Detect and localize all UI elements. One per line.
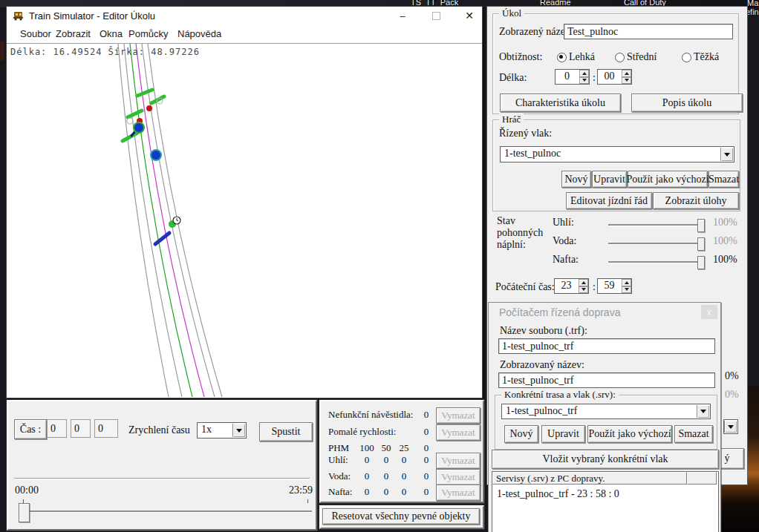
duration-hours-spinner[interactable]: 0 xyxy=(555,69,590,85)
time-accel-combobox[interactable]: 1x xyxy=(197,422,247,439)
menu-okna[interactable]: Okna xyxy=(97,27,126,40)
train-delete-button[interactable]: Smazat xyxy=(708,171,739,188)
dialog-close-button[interactable]: x xyxy=(701,305,717,319)
spinner-up-button[interactable] xyxy=(622,70,631,77)
display-name-input[interactable] xyxy=(498,372,715,388)
down-arrow-icon xyxy=(625,288,629,291)
waypoint-ring[interactable] xyxy=(127,118,133,124)
difficulty-radio-hard[interactable] xyxy=(682,53,691,62)
spinner-down-button[interactable] xyxy=(579,286,588,294)
minimize-button[interactable]: – xyxy=(388,7,417,24)
close-button[interactable]: ✕ xyxy=(455,7,484,24)
chevron-down-icon xyxy=(728,425,734,429)
spinner-up-button[interactable] xyxy=(622,279,631,286)
timeline-slider-thumb[interactable] xyxy=(19,503,30,522)
title-bar[interactable]: Train Simulator - Editor Úkolu – ✕ xyxy=(7,7,482,24)
srv-delete-button[interactable]: Smazat xyxy=(674,425,713,443)
spinner-up-button[interactable] xyxy=(579,70,589,77)
duration-separator: : xyxy=(593,72,596,84)
route-map-area[interactable]: Délka: 16.49524 Šírka: 48.97226 xyxy=(7,44,482,398)
coal-slider-track[interactable] xyxy=(608,224,705,226)
route-map[interactable] xyxy=(7,44,481,397)
menu-pomucky[interactable]: Pomůcky xyxy=(126,27,171,40)
reset-objects-button[interactable]: Resetovat všechny pevné objekty xyxy=(322,508,480,525)
timeline-start-label: 00:00 xyxy=(15,485,39,496)
difficulty-radio-easy[interactable] xyxy=(557,53,567,62)
srv-edit-button[interactable]: Upravit xyxy=(541,425,585,443)
difficulty-radio-medium[interactable] xyxy=(615,53,625,62)
train-new-button[interactable]: Nový xyxy=(561,171,591,188)
menu-napoveda[interactable]: Nápověda xyxy=(175,27,224,40)
services-list[interactable]: Servisy (.srv) z PC dopravy. 1-test_puln… xyxy=(492,471,719,532)
pc-traffic-percent-bottom: 0% xyxy=(725,389,739,401)
menu-soubor[interactable]: Soubor xyxy=(17,27,54,40)
display-name-input[interactable] xyxy=(564,24,733,39)
display-name-label: Zobrazený název: xyxy=(499,26,573,38)
clock-marker[interactable] xyxy=(173,217,180,224)
service-list-item[interactable]: 1-test_pulnoc_trf - 23 : 58 : 0 xyxy=(497,488,619,500)
diesel-row-label: Nafta: xyxy=(328,486,352,498)
clear-slow-speeds-button[interactable]: Vymazat xyxy=(436,424,481,441)
start-time-separator: : xyxy=(593,281,596,293)
time-field-minutes[interactable] xyxy=(71,419,91,438)
services-list-header-extra[interactable] xyxy=(687,472,717,485)
maximize-button[interactable] xyxy=(421,7,451,24)
task-description-button[interactable]: Popis úkolu xyxy=(631,93,743,112)
srv-combobox[interactable]: 1-test_pulnoc_trf xyxy=(501,404,711,419)
srv-new-button[interactable]: Nový xyxy=(504,425,538,443)
start-minutes-spinner[interactable]: 59 xyxy=(597,278,632,294)
water-val: 0 xyxy=(357,470,377,482)
up-arrow-icon xyxy=(625,72,629,75)
show-tasks-button[interactable]: Zobrazit úlohy xyxy=(653,192,739,209)
task-characteristics-button[interactable]: Charakteristika úkolu xyxy=(500,93,621,112)
spinner-up-button[interactable] xyxy=(579,279,588,286)
diesel-val: 0 xyxy=(377,486,396,498)
spinner-down-button[interactable] xyxy=(622,286,631,294)
time-field-hours[interactable] xyxy=(47,419,67,438)
diesel-slider-thumb[interactable] xyxy=(697,256,705,269)
pc-traffic-percent-top: 0% xyxy=(725,370,739,382)
menu-zobrazit[interactable]: Zobrazit xyxy=(53,27,94,40)
insert-train-button[interactable]: Vložit vybraný konkrétní vlak xyxy=(492,450,719,469)
dropdown-button[interactable] xyxy=(697,405,709,418)
occluded-combobox[interactable] xyxy=(723,419,738,434)
spinner-down-button[interactable] xyxy=(622,77,631,85)
dropdown-button[interactable] xyxy=(720,148,733,161)
file-name-input[interactable] xyxy=(498,338,715,354)
clear-diesel-button[interactable]: Vymazat xyxy=(436,485,481,501)
duration-minutes-spinner[interactable]: 00 xyxy=(597,69,632,85)
dropdown-button[interactable] xyxy=(724,421,737,433)
train-edit-button[interactable]: Upravit xyxy=(592,171,627,188)
diesel-slider-track[interactable] xyxy=(608,261,705,263)
app-train-icon xyxy=(13,10,25,22)
signal-marker-red[interactable] xyxy=(146,105,152,111)
water-slider-track[interactable] xyxy=(608,243,705,245)
signal-marker-green[interactable] xyxy=(128,111,142,117)
start-simulation-button[interactable]: Spustit xyxy=(259,422,313,441)
train-marker-selected[interactable] xyxy=(134,122,144,133)
train-use-default-button[interactable]: Použít jako výchozí xyxy=(628,171,708,188)
desktop-icon-label[interactable]: Ma xyxy=(747,0,758,7)
time-button[interactable]: Čas : xyxy=(14,419,47,439)
srv-use-default-button[interactable]: Použít jako výchozí xyxy=(587,425,672,443)
signal-marker-green[interactable] xyxy=(137,90,152,96)
clear-coal-button[interactable]: Vymazat xyxy=(436,453,481,469)
driven-train-combobox[interactable]: 1-test_pulnoc xyxy=(500,146,734,162)
difficulty-option-label[interactable]: Lehká xyxy=(569,51,595,63)
edit-timetable-button[interactable]: Editovat jízdní řád xyxy=(566,192,652,209)
clear-water-button[interactable]: Vymazat xyxy=(436,469,481,485)
coal-slider-thumb[interactable] xyxy=(697,219,705,232)
water-slider-thumb[interactable] xyxy=(697,237,705,251)
spinner-down-button[interactable] xyxy=(579,77,589,85)
train-simulator-window: Train Simulator - Editor Úkolu – ✕ Soubo… xyxy=(6,6,483,398)
slow-speeds-value: 0 xyxy=(417,426,436,438)
dropdown-button[interactable] xyxy=(232,424,245,437)
clear-signals-button[interactable]: Vymazat xyxy=(436,407,481,424)
start-hours-spinner[interactable]: 23 xyxy=(554,278,589,294)
train-marker[interactable] xyxy=(151,150,161,160)
timeline-slider-track[interactable] xyxy=(21,510,312,513)
time-field-seconds[interactable] xyxy=(94,419,118,438)
difficulty-option-label[interactable]: Střední xyxy=(627,51,657,63)
difficulty-option-label[interactable]: Těžká xyxy=(694,51,719,63)
services-list-header[interactable]: Servisy (.srv) z PC dopravy. xyxy=(492,472,687,485)
